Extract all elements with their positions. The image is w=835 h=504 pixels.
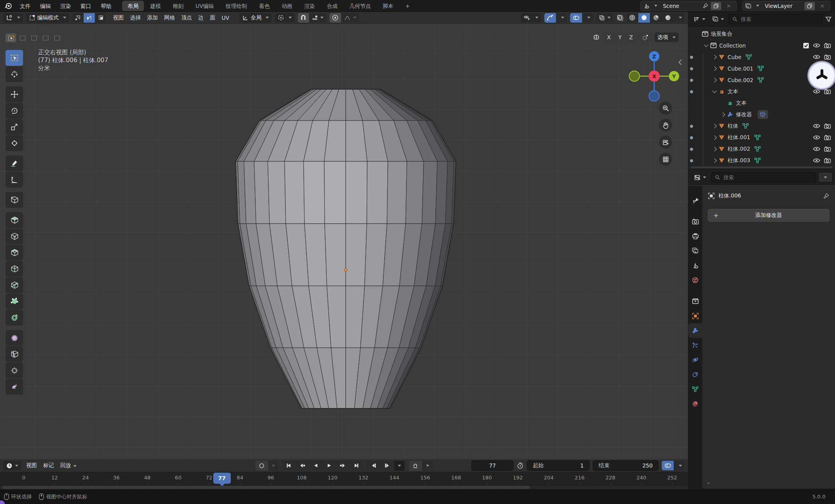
properties-tab-tool[interactable] <box>688 193 702 208</box>
tool-variant-4[interactable] <box>52 33 62 42</box>
expander-down[interactable] <box>703 44 709 46</box>
topbar-menu-编辑[interactable]: 编辑 <box>35 0 56 12</box>
camera-icon[interactable] <box>824 89 831 94</box>
outliner-label[interactable]: 场景集合 <box>711 31 732 38</box>
expander-right[interactable] <box>711 79 718 82</box>
expander-right[interactable] <box>711 56 718 59</box>
wireframe-shading-button[interactable] <box>626 13 638 23</box>
transform-tool-button[interactable] <box>6 135 23 151</box>
auto-keying-toggle[interactable] <box>255 461 268 471</box>
knife-tool-button[interactable] <box>6 277 23 293</box>
shrink-fatten-tool-button[interactable] <box>6 362 23 378</box>
viewport-menu-视图[interactable]: 视图 <box>110 14 127 21</box>
topbar-menu-窗口[interactable]: 窗口 <box>76 0 96 12</box>
prev-keyframe-button[interactable] <box>296 461 309 471</box>
properties-tab-constraints[interactable] <box>688 367 702 382</box>
properties-tab-modifiers[interactable] <box>688 323 702 338</box>
outliner-row-柱体.003-11[interactable]: ●柱体.003 <box>688 155 835 166</box>
snap-toggle-button[interactable] <box>298 13 309 23</box>
rendered-shading-button[interactable] <box>662 13 674 23</box>
panel-collapse-arrow[interactable] <box>679 59 683 65</box>
box-select-tool-button[interactable] <box>6 50 23 66</box>
outliner-search-input[interactable] <box>740 16 819 23</box>
mesh-object-柱体[interactable] <box>0 24 688 459</box>
expander-right[interactable] <box>711 136 718 139</box>
jump-to-start-button[interactable] <box>282 461 295 471</box>
workspace-tab-合成[interactable]: 合成 <box>321 1 343 11</box>
camera-icon[interactable] <box>824 158 831 163</box>
outliner-row-柱体-8[interactable]: ●柱体 <box>688 120 835 132</box>
zoom-icon[interactable] <box>659 102 672 115</box>
properties-options-dropdown[interactable] <box>819 173 832 182</box>
camera-icon[interactable] <box>824 135 831 140</box>
workspace-tab-几何节点[interactable]: 几何节点 <box>344 1 376 11</box>
viewport-menu-面[interactable]: 面 <box>207 14 219 21</box>
timeline-overlay-dropdown[interactable] <box>674 461 684 470</box>
show-overlays-toggle[interactable] <box>570 13 582 23</box>
workspace-tab-纹理绘制[interactable]: 纹理绘制 <box>220 1 253 11</box>
eye-icon[interactable] <box>813 158 820 163</box>
eye-icon[interactable] <box>813 89 820 94</box>
properties-tab-collection[interactable] <box>688 294 702 309</box>
add-workspace-button[interactable]: + <box>400 1 415 11</box>
xray-extra-button[interactable] <box>596 13 613 23</box>
solid-shading-button[interactable] <box>638 13 650 23</box>
properties-search[interactable] <box>711 172 816 182</box>
filter-funnel-icon[interactable] <box>825 16 832 23</box>
timeline-editor-type-dropdown[interactable] <box>3 461 21 470</box>
eye-icon[interactable] <box>813 135 820 140</box>
viewport-menu-网格[interactable]: 网格 <box>161 14 178 21</box>
jump-prev-frame-button[interactable] <box>367 461 380 471</box>
workspace-tab-渲染[interactable]: 渲染 <box>299 1 320 11</box>
breadcrumb-object-name[interactable]: 柱体.006 <box>718 192 741 199</box>
timeline-overlay-toggle[interactable] <box>662 461 674 470</box>
expander-right[interactable] <box>720 113 726 116</box>
properties-tab-material[interactable] <box>688 397 702 411</box>
viewport-3d[interactable]: 正交右视图 (局部) (77) 柱体.006 | 柱体.007 分米 XYZ 选… <box>0 24 688 459</box>
outliner-row-柱体.001-9[interactable]: ●柱体.001 <box>688 132 835 143</box>
viewport-menu-选择[interactable]: 选择 <box>127 14 144 21</box>
viewport-menu-添加[interactable]: 添加 <box>144 14 161 21</box>
eye-icon[interactable] <box>813 43 820 48</box>
outliner-label[interactable]: 文本 <box>728 88 738 95</box>
eye-icon[interactable] <box>813 123 820 128</box>
properties-tab-render[interactable] <box>688 214 702 229</box>
outliner-display-mode-dropdown[interactable] <box>691 15 707 23</box>
workspace-tab-布局[interactable]: 布局 <box>122 1 144 11</box>
workspace-tab-建模[interactable]: 建模 <box>145 1 167 11</box>
pin-icon[interactable] <box>703 3 709 9</box>
workspace-tab-UV编辑[interactable]: UV编辑 <box>190 1 219 11</box>
expander-down[interactable] <box>711 90 718 92</box>
properties-editor-dropdown[interactable] <box>691 173 708 181</box>
topbar-menu-文件[interactable]: 文件 <box>15 0 35 12</box>
camera-icon[interactable] <box>824 43 831 48</box>
overlays-dropdown[interactable] <box>582 13 593 23</box>
eye-icon[interactable] <box>813 54 820 59</box>
current-frame-field[interactable]: 77 <box>471 460 513 471</box>
outliner-label[interactable]: 柱体.003 <box>728 157 750 164</box>
poly-build-tool-button[interactable] <box>6 293 23 309</box>
frame-start-field[interactable]: 起始 1 <box>527 460 590 471</box>
outliner-search[interactable] <box>729 14 822 24</box>
mirror-axis-x-button[interactable]: X <box>603 33 614 42</box>
measure-tool-button[interactable] <box>6 172 23 188</box>
scene-selector[interactable]: Scene ✕ <box>640 1 737 11</box>
viewport-menu-UV[interactable]: UV <box>218 15 232 21</box>
navigation-gizmo[interactable]: Z Y X <box>628 38 680 102</box>
outliner-label[interactable]: 柱体.002 <box>728 146 750 153</box>
mirror-icon[interactable] <box>593 34 601 41</box>
outliner-scrollbar[interactable] <box>691 167 833 168</box>
camera-icon[interactable] <box>824 54 831 60</box>
outliner-label[interactable]: Cube.001 <box>728 65 753 72</box>
pivot-point-dropdown[interactable] <box>275 13 295 23</box>
cursor-3d-tool-button[interactable] <box>6 66 23 82</box>
outliner-row-柱体.002-10[interactable]: ●柱体.002 <box>688 143 835 155</box>
snap-settings-dropdown[interactable] <box>309 13 326 23</box>
viewport-menu-顶点[interactable]: 顶点 <box>178 14 195 21</box>
editor-type-button[interactable] <box>3 13 23 23</box>
move-tool-button[interactable] <box>6 86 23 102</box>
mirror-axis-y-button[interactable]: Y <box>615 33 625 42</box>
view-layer-selector[interactable]: ViewLayer ✕ <box>742 1 830 11</box>
checkbox-icon[interactable] <box>803 42 809 49</box>
expander-right[interactable] <box>711 148 718 151</box>
